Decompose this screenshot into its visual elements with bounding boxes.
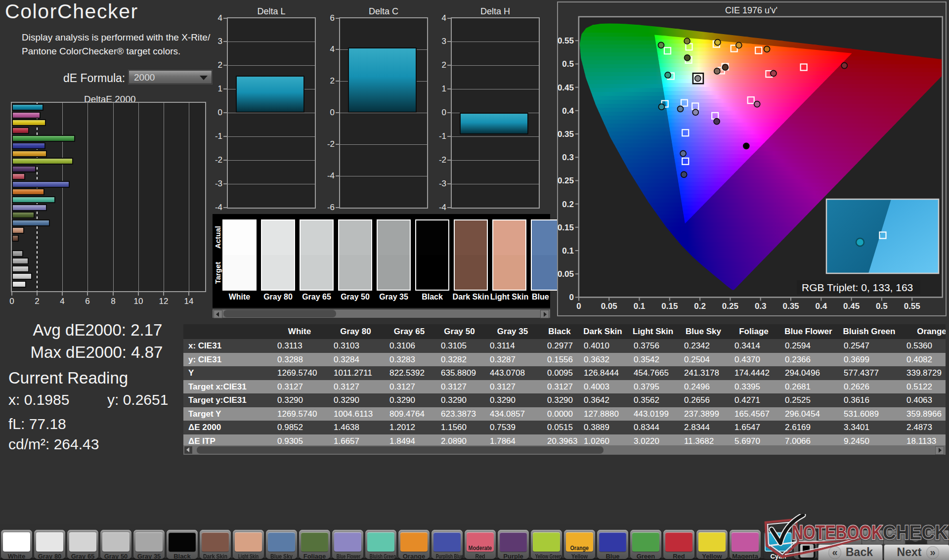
svg-text:0.5: 0.5	[876, 302, 888, 311]
svg-text:0.2: 0.2	[694, 302, 706, 311]
svg-text:0.25: 0.25	[722, 302, 738, 311]
svg-text:0.25: 0.25	[558, 176, 574, 185]
svg-text:RGB Triplet: 0, 133, 163: RGB Triplet: 0, 133, 163	[802, 282, 913, 293]
svg-text:CHECK: CHECK	[883, 521, 948, 544]
svg-text:0.05: 0.05	[558, 269, 574, 279]
svg-text:0.15: 0.15	[661, 302, 678, 311]
svg-text:0.55: 0.55	[558, 36, 574, 45]
svg-text:0.55: 0.55	[904, 302, 920, 311]
svg-text:0: 0	[569, 293, 574, 302]
svg-text:0.5: 0.5	[562, 59, 574, 69]
svg-text:0.3: 0.3	[562, 153, 574, 162]
svg-text:0: 0	[576, 302, 581, 311]
svg-text:CIE 1976 u'v': CIE 1976 u'v'	[725, 5, 777, 15]
svg-text:0.2: 0.2	[562, 200, 574, 209]
svg-text:0.15: 0.15	[558, 223, 574, 232]
svg-text:0.35: 0.35	[782, 302, 799, 311]
svg-text:0.1: 0.1	[634, 302, 646, 311]
svg-text:0.45: 0.45	[843, 302, 860, 311]
svg-text:0.05: 0.05	[601, 302, 617, 311]
svg-text:0.3: 0.3	[755, 302, 767, 311]
svg-text:0.4: 0.4	[815, 302, 827, 311]
svg-text:0.45: 0.45	[558, 83, 574, 92]
svg-text:0.4: 0.4	[562, 106, 574, 116]
svg-text:0.1: 0.1	[562, 246, 574, 256]
svg-text:NOTEBOOK: NOTEBOOK	[792, 521, 883, 544]
svg-text:0.35: 0.35	[558, 129, 574, 139]
